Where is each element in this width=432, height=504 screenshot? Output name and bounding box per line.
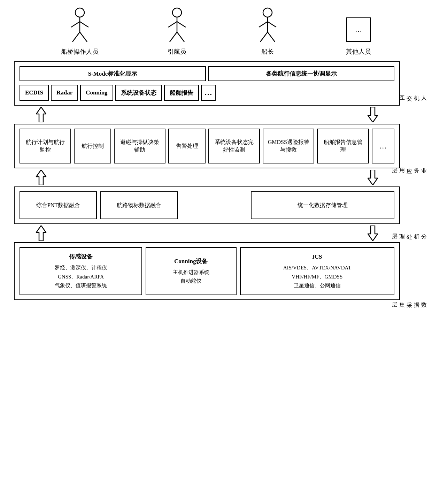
svg-marker-22 bbox=[36, 226, 46, 241]
unified-item: 各类航行信息统一协调显示 bbox=[208, 66, 394, 81]
person-icon bbox=[255, 7, 280, 45]
ics-title: ICS bbox=[312, 252, 322, 261]
biz-layer: 航行计划与航行监控 航行控制 避碰与操纵决策辅助 告警处理 系统设备状态完好性监… bbox=[14, 124, 400, 168]
biz-layer-label: 业务应用层 bbox=[400, 139, 418, 189]
svg-marker-19 bbox=[368, 107, 378, 122]
svg-line-3 bbox=[80, 22, 88, 27]
route-item: 航路物标数据融合 bbox=[100, 191, 178, 219]
arrow-section-3 bbox=[14, 226, 400, 241]
svg-point-0 bbox=[75, 8, 84, 17]
ics-item: ICS AIS/VDES、AVTEX/NAVDATVHF/HF/MF、GMDSS… bbox=[240, 247, 394, 295]
nav-control-item: 航行控制 bbox=[74, 129, 111, 163]
svg-line-17 bbox=[268, 32, 275, 42]
arrow-section-1 bbox=[14, 107, 400, 122]
analysis-layer-label: 分析处理层 bbox=[400, 207, 418, 252]
system-status-item: 系统设备状态 bbox=[115, 85, 162, 101]
ics-content: AIS/VDES、AVTEX/NAVDATVHF/HF/MF、GMDSS卫星通信… bbox=[283, 264, 351, 290]
person-icon bbox=[165, 7, 189, 45]
svg-line-4 bbox=[72, 32, 80, 42]
svg-line-9 bbox=[177, 22, 186, 27]
others-box: … bbox=[346, 17, 371, 42]
persons-row: 船桥操作人员 引航员 船长 … 其他人员 bbox=[14, 7, 418, 56]
arrow-down-2 bbox=[35, 170, 47, 185]
person-pilot-label: 引航员 bbox=[168, 47, 186, 56]
system-monitor-item: 系统设备状态完好性监测 bbox=[208, 129, 260, 163]
right-labels: 人机交互层 业务应用层 分析处理层 数据采集层 bbox=[400, 61, 418, 326]
sensors-content: 罗经、测深仪、计程仪GNSS、Radar/ARPA气象仪、值班报警系统 bbox=[55, 264, 107, 290]
analysis-items-row: 综合PNT数据融合 航路物标数据融合 统一化数据存储管理 bbox=[20, 191, 394, 219]
conning-devices-title: Conning设备 bbox=[174, 257, 208, 266]
arrow-down-1 bbox=[35, 107, 47, 122]
data-layer: 传感设备 罗经、测深仪、计程仪GNSS、Radar/ARPA气象仪、值班报警系统… bbox=[14, 242, 400, 300]
svg-point-12 bbox=[263, 8, 272, 17]
conning-devices-item: Conning设备 主机推进器系统自动舵仪 bbox=[146, 247, 237, 295]
nav-plan-item: 航行计划与航行监控 bbox=[20, 129, 71, 163]
svg-marker-20 bbox=[36, 170, 46, 185]
conning-devices-content: 主机推进器系统自动舵仪 bbox=[173, 268, 209, 286]
arrow-down-3 bbox=[35, 226, 47, 241]
svg-line-16 bbox=[260, 32, 268, 42]
person-captain: 船长 bbox=[255, 7, 280, 56]
arrow-up-1 bbox=[367, 107, 379, 122]
ecdis-item: ECDIS bbox=[20, 85, 49, 101]
ship-report-item: 船舶报告 bbox=[164, 85, 199, 101]
person-bridge-operator: 船桥操作人员 bbox=[61, 7, 99, 56]
hmi-ellipsis-item: … bbox=[201, 85, 216, 101]
hmi-bottom-row: ECDIS Radar Conning 系统设备状态 船舶报告 … bbox=[20, 85, 394, 101]
pnt-item: 综合PNT数据融合 bbox=[20, 191, 97, 219]
person-icon bbox=[68, 7, 92, 45]
arrow-up-3 bbox=[367, 226, 379, 241]
svg-line-15 bbox=[268, 22, 276, 27]
radar-item: Radar bbox=[51, 85, 78, 101]
svg-line-14 bbox=[259, 22, 268, 27]
svg-marker-21 bbox=[368, 170, 378, 185]
svg-line-10 bbox=[170, 32, 177, 42]
svg-line-2 bbox=[71, 22, 80, 27]
data-items-row: 传感设备 罗经、测深仪、计程仪GNSS、Radar/ARPA气象仪、值班报警系统… bbox=[20, 247, 394, 295]
data-layer-label: 数据采集层 bbox=[400, 270, 418, 326]
svg-line-8 bbox=[168, 22, 177, 27]
analysis-layer: 综合PNT数据融合 航路物标数据融合 统一化数据存储管理 bbox=[14, 186, 400, 224]
svg-line-11 bbox=[177, 32, 184, 42]
collision-item: 避碰与操纵决策辅助 bbox=[114, 129, 165, 163]
svg-point-6 bbox=[172, 8, 182, 17]
hmi-top-row: S-Mode标准化显示 各类航行信息统一协调显示 bbox=[20, 66, 394, 81]
svg-line-5 bbox=[80, 32, 87, 42]
person-others-label: 其他人员 bbox=[346, 47, 371, 56]
biz-ellipsis-item: … bbox=[372, 129, 394, 163]
person-bridge-operator-label: 船桥操作人员 bbox=[61, 47, 99, 56]
analysis-spacer bbox=[181, 191, 247, 219]
alert-item: 告警处理 bbox=[168, 129, 206, 163]
sensors-title: 传感设备 bbox=[69, 252, 93, 261]
biz-items-row: 航行计划与航行监控 航行控制 避碰与操纵决策辅助 告警处理 系统设备状态完好性监… bbox=[20, 129, 394, 163]
arrow-hmi-biz bbox=[14, 106, 400, 124]
svg-marker-18 bbox=[36, 107, 46, 122]
gmdss-item: GMDSS遇险报警与搜救 bbox=[263, 129, 314, 163]
svg-marker-23 bbox=[368, 226, 378, 241]
ship-info-item: 船舶报告信息管理 bbox=[317, 129, 369, 163]
s-mode-item: S-Mode标准化显示 bbox=[20, 66, 206, 81]
person-captain-label: 船长 bbox=[261, 47, 274, 56]
sensors-item: 传感设备 罗经、测深仪、计程仪GNSS、Radar/ARPA气象仪、值班报警系统 bbox=[20, 247, 142, 295]
hmi-layer-label: 人机交互层 bbox=[400, 61, 418, 121]
arrow-up-2 bbox=[367, 170, 379, 185]
hmi-layer: S-Mode标准化显示 各类航行信息统一协调显示 ECDIS Radar Con… bbox=[14, 61, 400, 106]
conning-item: Conning bbox=[80, 85, 113, 101]
arrow-analysis-data bbox=[14, 224, 400, 242]
storage-item: 统一化数据存储管理 bbox=[251, 191, 394, 219]
arrow-biz-analysis bbox=[14, 168, 400, 186]
person-others: … 其他人员 bbox=[346, 17, 371, 56]
arrow-section-2 bbox=[14, 170, 400, 185]
person-pilot: 引航员 bbox=[165, 7, 189, 56]
